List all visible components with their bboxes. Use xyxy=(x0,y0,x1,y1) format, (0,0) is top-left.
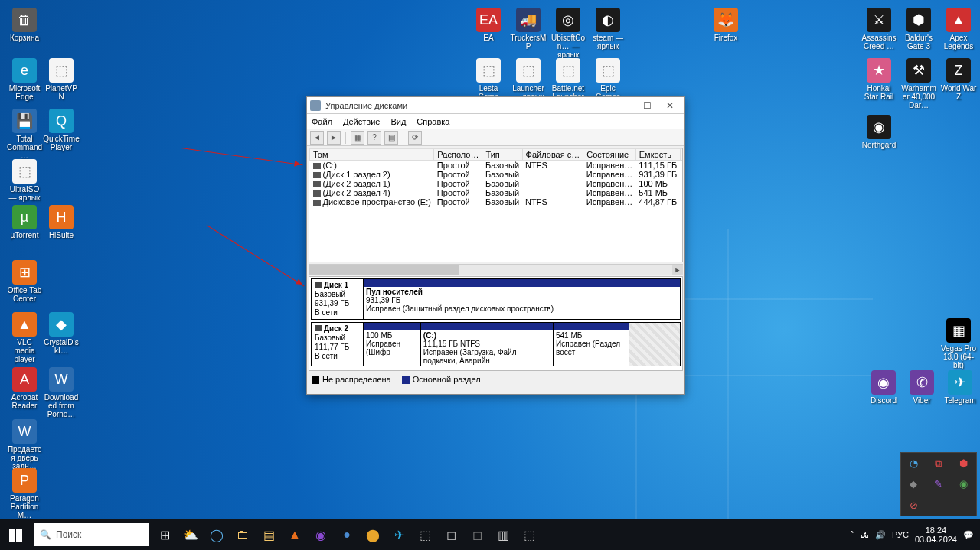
menu-file[interactable]: Файл xyxy=(312,117,332,126)
taskbar-app[interactable]: ⬚ xyxy=(412,519,438,550)
desktop-icon[interactable]: ◐ steam — ярлык xyxy=(590,8,626,50)
desktop-icon[interactable]: ⬢ Baldur's Gate 3 xyxy=(900,8,937,50)
desktop-icon[interactable]: W Downloaded from Porno… xyxy=(43,367,80,418)
desktop-icon[interactable]: ★ Honkai Star Rail xyxy=(861,58,897,101)
taskbar-app[interactable]: ● xyxy=(334,519,360,550)
desktop-icon[interactable]: ⬚ UltraISO — ярлык xyxy=(6,159,43,202)
tray-icon[interactable]: ⧉ xyxy=(926,453,952,474)
desktop-icon[interactable]: 🗑 Корзина xyxy=(6,8,43,42)
toolbar-btn-1[interactable]: ▦ xyxy=(351,131,364,145)
titlebar[interactable]: Управление дисками — ☐ ✕ xyxy=(307,97,684,114)
task-view-button[interactable]: ⊞ xyxy=(152,519,178,550)
disk-graphical-view[interactable]: Диск 1 Базовый931,39 ГБВ сети Пул носите… xyxy=(309,276,683,371)
desktop-icon[interactable]: Q QuickTime Player xyxy=(43,109,80,151)
volume-row[interactable]: (Диск 1 раздел 2) ПростойБазовый Исправе… xyxy=(310,170,684,179)
column-header[interactable]: Файловая с… xyxy=(522,149,583,161)
desktop-icon[interactable]: e Microsoft Edge xyxy=(6,58,43,101)
desktop-icon[interactable]: 🚚 TruckersMP xyxy=(510,8,547,50)
column-header[interactable]: Тип xyxy=(482,149,522,161)
desktop-icon[interactable]: ⬚ Battle.net Launcher xyxy=(550,58,586,101)
desktop-icon[interactable]: ⚒ Warhammer 40,000 Dar… xyxy=(900,58,937,109)
desktop-icon[interactable]: ▦ Vegas Pro 13.0 (64-bit) xyxy=(940,318,977,369)
close-button[interactable]: ✕ xyxy=(658,98,681,113)
desktop-icon[interactable]: ⚔ Assassins Creed … xyxy=(861,8,897,50)
partition[interactable]: 541 МБИсправен (Раздел восст xyxy=(554,323,629,366)
tray-icon[interactable]: ◆ xyxy=(901,474,926,494)
desktop-icon[interactable]: ⬚ Launcher — ярлык xyxy=(510,58,547,101)
taskbar-weather[interactable]: ⛅ xyxy=(178,519,204,550)
desktop-icon[interactable]: H HiSuite xyxy=(43,205,80,239)
desktop-icon[interactable]: µ µTorrent xyxy=(6,205,43,239)
partition[interactable]: (C:)111,15 ГБ NTFSИсправен (Загрузка, Фа… xyxy=(421,323,554,366)
disk-row[interactable]: Диск 2 Базовый111,77 ГБВ сети 100 МБИспр… xyxy=(311,322,681,366)
nav-back-button[interactable]: ◄ xyxy=(310,131,324,145)
taskbar-app[interactable]: ✈ xyxy=(386,519,412,550)
volume-row[interactable]: Дисковое пространство (E:) ПростойБазовы… xyxy=(310,197,684,207)
desktop-icon[interactable]: 🦊 Firefox xyxy=(707,8,744,42)
tray-icon[interactable]: ◔ xyxy=(901,453,926,474)
disk-header[interactable]: Диск 2 Базовый111,77 ГБВ сети xyxy=(312,323,364,366)
menu-action[interactable]: Действие xyxy=(343,117,380,126)
desktop-icon[interactable]: EA EA xyxy=(470,8,507,42)
desktop-icon[interactable]: P Paragon Partition M… xyxy=(6,468,43,519)
volume-row[interactable]: (Диск 2 раздел 1) ПростойБазовый Исправе… xyxy=(310,179,684,188)
desktop-icon[interactable]: ◎ UbisoftCon… — ярлык xyxy=(550,8,586,59)
desktop-icon[interactable]: ◆ CrystalDiskI… xyxy=(43,312,80,355)
start-button[interactable] xyxy=(0,519,31,550)
taskbar-app[interactable]: ◉ xyxy=(308,519,334,550)
desktop-icon[interactable]: Z World War Z xyxy=(940,58,977,101)
desktop-icon[interactable]: ▲ VLC media player xyxy=(6,312,43,363)
desktop-icon[interactable]: ◉ Northgard xyxy=(861,115,897,149)
nav-fwd-button[interactable]: ► xyxy=(327,131,341,145)
desktop-icon[interactable]: ◉ Discord xyxy=(865,370,902,405)
taskbar-app[interactable]: ⬤ xyxy=(360,519,386,550)
notifications-icon[interactable]: 💬 xyxy=(963,530,974,540)
tray-volume-icon[interactable]: 🔊 xyxy=(875,530,886,540)
column-header[interactable]: Емкость xyxy=(635,149,680,161)
desktop-icon[interactable]: ✈ Telegram xyxy=(942,370,978,405)
taskbar-app[interactable]: ◻ xyxy=(438,519,464,550)
column-header[interactable]: Располо… xyxy=(434,149,482,161)
system-tray[interactable]: ˄ 🖧 🔊 РУС 18:24 03.04.2024 💬 xyxy=(844,526,980,544)
volume-row[interactable]: (C:) ПростойБазовыйNTFS Исправен…111,15 … xyxy=(310,161,684,171)
toolbar-btn-2[interactable]: ? xyxy=(368,131,381,145)
disk-row[interactable]: Диск 1 Базовый931,39 ГБВ сети Пул носите… xyxy=(311,278,681,320)
desktop-icon[interactable]: ⬚ PlanetVPN xyxy=(43,58,80,101)
desktop-icon[interactable]: 💾 Total Command… xyxy=(6,109,43,160)
tray-icon[interactable]: ✎ xyxy=(926,474,952,494)
taskbar-app[interactable]: ◻ xyxy=(464,519,490,550)
partition[interactable]: Пул носителей931,39 ГБИсправен (Защитный… xyxy=(364,279,680,319)
minimize-button[interactable]: — xyxy=(612,98,635,113)
toolbar-btn-4[interactable]: ⟳ xyxy=(408,131,422,145)
desktop-icon[interactable]: W Продается дверь задн… xyxy=(6,419,43,470)
partition[interactable]: 100 МБИсправен (Шифр xyxy=(364,323,421,366)
volume-row[interactable]: (Диск 2 раздел 4) ПростойБазовый Исправе… xyxy=(310,188,684,197)
tray-lang[interactable]: РУС xyxy=(892,530,909,539)
list-scrollbar-h[interactable]: ◄ ► xyxy=(309,264,683,275)
scroll-right-icon[interactable]: ► xyxy=(672,265,683,275)
maximize-button[interactable]: ☐ xyxy=(635,98,658,113)
column-header[interactable]: Свободн… xyxy=(680,149,683,161)
tray-icon[interactable]: ⊘ xyxy=(901,495,926,516)
disk-header[interactable]: Диск 1 Базовый931,39 ГБВ сети xyxy=(312,279,364,319)
tray-icon[interactable]: ⬢ xyxy=(951,453,976,474)
taskbar-app[interactable]: ▲ xyxy=(282,519,308,550)
taskbar-clock[interactable]: 18:24 03.04.2024 xyxy=(915,526,957,544)
search-box[interactable]: 🔍 Поиск xyxy=(34,523,149,546)
taskbar-app[interactable]: ⬚ xyxy=(516,519,542,550)
taskbar-app[interactable]: ◯ xyxy=(204,519,230,550)
desktop-icon[interactable]: ▲ Apex Legends xyxy=(940,8,977,50)
toolbar-btn-3[interactable]: ▤ xyxy=(384,131,398,145)
taskbar-app[interactable]: ▤ xyxy=(256,519,282,550)
desktop-icon[interactable]: ✆ Viber xyxy=(903,370,940,405)
tray-overflow-panel[interactable]: ◔ ⧉ ⬢ ◆ ✎ ◉ ⊘ xyxy=(900,452,977,516)
tray-icon[interactable]: ◉ xyxy=(951,474,976,494)
scroll-thumb[interactable] xyxy=(309,265,459,275)
taskbar-app[interactable]: ▥ xyxy=(490,519,516,550)
desktop-icon[interactable]: ⊞ Office Tab Center xyxy=(6,260,43,303)
taskbar-explorer[interactable]: 🗀 xyxy=(230,519,256,550)
desktop-icon[interactable]: A Acrobat Reader xyxy=(6,367,43,410)
menu-view[interactable]: Вид xyxy=(390,117,406,126)
tray-chevron-icon[interactable]: ˄ xyxy=(850,530,854,540)
volume-list[interactable]: ТомРасполо…ТипФайловая с…СостояниеЕмкост… xyxy=(309,148,683,262)
